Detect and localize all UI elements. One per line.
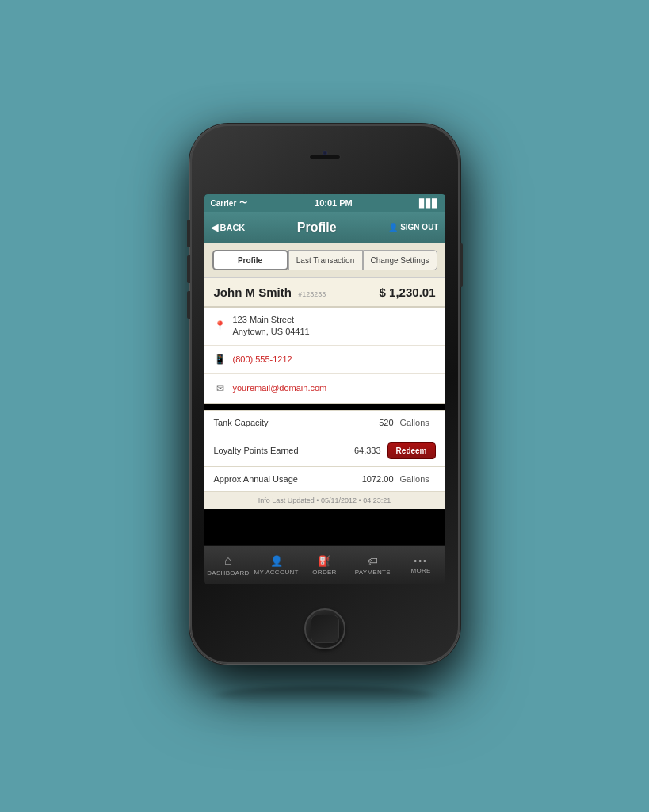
status-time: 10:01 PM [315, 198, 353, 208]
order-label: Order [312, 569, 336, 576]
status-bar: Carrier 〜 10:01 PM ▊▊▊ [204, 194, 445, 212]
user-info: John M Smith #123233 [214, 285, 326, 300]
email-text: youremail@domain.com [233, 382, 327, 394]
segmented-control: Profile Last Transaction Change Settings [204, 243, 445, 278]
tank-unit: Gallons [400, 418, 436, 427]
more-icon: ••• [414, 556, 428, 565]
phone-reflection [217, 686, 433, 705]
tab-last-transaction[interactable]: Last Transaction [288, 250, 363, 270]
email-row: ✉ youremail@domain.com [204, 374, 445, 403]
payments-icon: 🏷 [368, 555, 378, 567]
carrier-label: Carrier [211, 199, 237, 208]
address-text: 123 Main Street Anytown, US 04411 [233, 314, 310, 339]
back-button[interactable]: ◀ BACK [211, 222, 246, 233]
usage-label: Approx Annual Usage [214, 474, 354, 484]
back-chevron-icon: ◀ [211, 222, 218, 233]
phone-body: Carrier 〜 10:01 PM ▊▊▊ ◀ BACK Profile [190, 124, 460, 664]
user-header: John M Smith #123233 $ 1,230.01 [204, 278, 445, 307]
status-right: ▊▊▊ [419, 199, 438, 208]
tab-bar: ⌂ Dashboard 👤 My Account ⛽ Order 🏷 [204, 545, 445, 584]
back-label: BACK [220, 223, 246, 232]
user-name: John M Smith [214, 285, 292, 299]
more-label: More [410, 567, 430, 574]
user-balance: $ 1,230.01 [380, 285, 436, 299]
signout-button[interactable]: 👤 SIGN OUT [388, 223, 438, 232]
battery-icon: ▊▊▊ [419, 199, 438, 208]
redeem-button[interactable]: Redeem [387, 442, 436, 459]
tab-payments[interactable]: 🏷 Payments [349, 546, 397, 584]
tab-change-settings[interactable]: Change Settings [363, 250, 437, 270]
dashboard-label: Dashboard [207, 569, 249, 576]
home-button[interactable] [304, 608, 345, 649]
address-row: 📍 123 Main Street Anytown, US 04411 [204, 308, 445, 346]
status-left: Carrier 〜 [211, 197, 248, 209]
page-title: Profile [297, 220, 337, 235]
signout-label: SIGN OUT [400, 223, 438, 232]
dashboard-icon: ⌂ [224, 553, 232, 568]
speaker [309, 155, 341, 159]
stat-row-usage: Approx Annual Usage 1072.00 Gallons [204, 467, 445, 492]
screen-area: Carrier 〜 10:01 PM ▊▊▊ ◀ BACK Profile [204, 194, 445, 584]
phone-text: (800) 555-1212 [233, 354, 292, 366]
tab-dashboard[interactable]: ⌂ Dashboard [204, 546, 253, 584]
loyalty-label: Loyalty Points Earned [214, 446, 342, 455]
tab-profile[interactable]: Profile [212, 250, 288, 270]
screen: Carrier 〜 10:01 PM ▊▊▊ ◀ BACK Profile [204, 194, 445, 584]
phone-icon: 📱 [214, 353, 227, 366]
phone-row: 📱 (800) 555-1212 [204, 346, 445, 374]
stats-section: Tank Capacity 520 Gallons Loyalty Points… [204, 410, 445, 492]
tab-more[interactable]: ••• More [397, 546, 445, 584]
email-icon: ✉ [214, 382, 227, 395]
phone-device: Carrier 〜 10:01 PM ▊▊▊ ◀ BACK Profile [190, 124, 460, 664]
person-icon: 👤 [388, 223, 398, 232]
stat-row-tank: Tank Capacity 520 Gallons [204, 410, 445, 435]
tab-order[interactable]: ⛽ Order [300, 546, 349, 584]
home-button-inner [311, 615, 339, 643]
order-icon: ⛽ [318, 555, 330, 567]
tank-value: 520 [354, 418, 394, 427]
location-icon: 📍 [214, 320, 227, 332]
stat-row-loyalty: Loyalty Points Earned 64,333 Redeem [204, 435, 445, 467]
tab-my-account[interactable]: 👤 My Account [252, 546, 300, 584]
loyalty-value: 64,333 [342, 446, 381, 455]
screen-content: John M Smith #123233 $ 1,230.01 📍 123 Ma… [204, 278, 445, 584]
update-info: Info Last Updated • 05/11/2012 • 04:23:2… [204, 492, 445, 509]
usage-unit: Gallons [400, 474, 436, 484]
account-label: My Account [254, 569, 299, 576]
nav-bar: ◀ BACK Profile 👤 SIGN OUT [204, 212, 445, 243]
usage-value: 1072.00 [354, 474, 394, 484]
contact-info-section: 📍 123 Main Street Anytown, US 04411 📱 (8… [204, 307, 445, 404]
wifi-icon: 〜 [239, 197, 247, 209]
payments-label: Payments [355, 569, 391, 576]
user-id: #123233 [298, 290, 326, 298]
account-icon: 👤 [270, 555, 283, 567]
tank-label: Tank Capacity [214, 418, 354, 427]
